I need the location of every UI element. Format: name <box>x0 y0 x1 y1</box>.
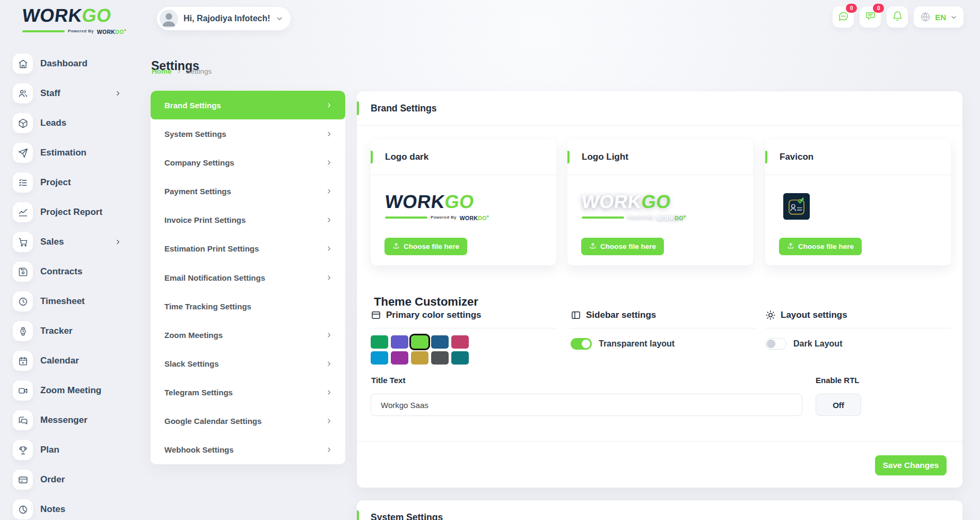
settings-menu-item-telegram-settings[interactable]: Telegram Settings <box>151 378 345 407</box>
title-text-input[interactable] <box>371 394 802 416</box>
settings-menu-item-system-settings[interactable]: System Settings <box>151 119 345 148</box>
settings-menu-item-webhook-settings[interactable]: Webhook Settings <box>151 436 345 464</box>
breadcrumb: Home Settings <box>152 67 212 75</box>
color-swatch-6[interactable] <box>371 351 388 365</box>
sidebar-item-calendar[interactable]: Calendar <box>0 346 138 376</box>
sidebar-item-staff[interactable]: Staff <box>0 79 138 108</box>
avatar <box>160 10 178 28</box>
user-menu[interactable]: Hi, Rajodiya Infotech! <box>157 7 291 30</box>
sidebar-item-messenger[interactable]: Messenger <box>0 405 138 435</box>
chevron-right-icon <box>326 159 332 166</box>
save-icon <box>13 262 33 282</box>
powered-by-brand: WORKDO● <box>97 28 127 35</box>
chat-button[interactable]: 0 <box>833 6 854 28</box>
sidebar: Dashboard Staff Leads Estimation <box>0 37 138 520</box>
system-settings-panel: System Settings <box>357 500 962 520</box>
dark-layout-label: Dark Layout <box>793 339 842 349</box>
choose-file-button-logo-light[interactable]: Choose file here <box>581 238 664 255</box>
feedback-button[interactable]: 0 <box>860 6 881 28</box>
enable-rtl-button[interactable]: Off <box>816 394 861 416</box>
logo-dark-card: Logo dark WORKGO Powered ByWORKDO● Choos… <box>371 140 556 265</box>
chevron-right-icon <box>176 68 182 74</box>
settings-menu-item-payment-settings[interactable]: Payment Settings <box>151 177 345 205</box>
sidebar-item-estimation[interactable]: Estimation <box>0 138 138 168</box>
favicon-title: Favicon <box>780 152 813 162</box>
brand-settings-panel: Brand Settings Logo dark WORKGO Powered … <box>357 91 962 488</box>
sidebar-item-order[interactable]: Order <box>0 465 138 495</box>
watch-icon <box>13 321 33 341</box>
settings-menu-item-estimation-print-settings[interactable]: Estimation Print Settings <box>151 235 345 263</box>
user-greeting: Hi, Rajodiya Infotech! <box>183 14 270 23</box>
clock-icon <box>13 291 33 311</box>
color-swatch-5[interactable] <box>451 335 469 349</box>
sidebar-item-project[interactable]: Project <box>0 168 138 197</box>
title-text-label: Title Text <box>371 376 405 385</box>
powered-by-text: Powered By <box>68 29 94 33</box>
video-icon <box>13 380 33 401</box>
color-swatch-2[interactable] <box>391 335 408 349</box>
language-selector[interactable]: EN <box>914 6 964 28</box>
color-swatch-1[interactable] <box>371 335 388 349</box>
notifications-button[interactable] <box>887 6 908 28</box>
workgo-logo: WORKGO Powered By WORKDO● <box>22 6 127 35</box>
sidebar-item-tracker[interactable]: Tracker <box>0 316 138 346</box>
color-swatches <box>371 335 477 365</box>
sidebar-item-leads[interactable]: Leads <box>0 108 138 138</box>
sidebar-item-timesheet[interactable]: Timesheet <box>0 287 138 316</box>
color-swatch-7[interactable] <box>391 351 408 365</box>
bell-icon <box>892 11 903 23</box>
chevron-right-icon <box>326 188 332 195</box>
choose-file-button-favicon[interactable]: Choose file here <box>779 238 862 255</box>
sidebar-item-sales[interactable]: Sales <box>0 227 138 257</box>
layout-settings-title: Layout settings <box>781 310 847 320</box>
header-actions: 0 0 EN <box>833 6 964 28</box>
enable-rtl-label: Enable RTL <box>816 376 860 385</box>
settings-menu-item-slack-settings[interactable]: Slack Settings <box>151 349 345 378</box>
chevron-right-icon <box>326 332 332 339</box>
color-swatch-4[interactable] <box>431 335 449 349</box>
settings-menu-item-invoice-print-settings[interactable]: Invoice Print Settings <box>151 206 345 235</box>
settings-menu-item-brand-settings[interactable]: Brand Settings <box>151 91 345 119</box>
accent-bar <box>765 151 767 163</box>
choose-file-button-logo-dark[interactable]: Choose file here <box>384 238 467 255</box>
users-icon <box>13 83 33 103</box>
chevron-right-icon <box>115 90 121 97</box>
dark-layout-toggle[interactable] <box>765 338 786 350</box>
home-icon <box>13 54 33 74</box>
sidebar-settings-title: Sidebar settings <box>586 310 656 320</box>
settings-menu: Brand Settings System Settings Company S… <box>151 91 345 464</box>
sidebar-item-dashboard[interactable]: Dashboard <box>0 49 138 79</box>
transparent-layout-toggle[interactable] <box>571 338 592 350</box>
save-changes-button[interactable]: Save Changes <box>875 455 947 475</box>
sidebar-item-zoom-meeting[interactable]: Zoom Meeting <box>0 376 138 405</box>
chevron-right-icon <box>326 245 332 252</box>
settings-menu-item-zoom-meetings[interactable]: Zoom Meetings <box>151 320 345 349</box>
settings-menu-item-company-settings[interactable]: Company Settings <box>151 148 345 177</box>
logo-dark-title: Logo dark <box>385 152 428 162</box>
feedback-badge: 0 <box>873 4 884 13</box>
package-icon <box>13 113 33 133</box>
color-swatch-10[interactable] <box>451 351 469 365</box>
chevron-down-icon <box>950 14 957 21</box>
message-icon <box>13 410 33 430</box>
feedback-icon <box>865 11 876 23</box>
accent-bar <box>371 151 373 163</box>
upload-icon <box>589 242 597 251</box>
settings-menu-item-time-tracking-settings[interactable]: Time Tracking Settings <box>151 292 345 320</box>
settings-menu-item-google-calendar-settings[interactable]: Google Calendar Settings <box>151 407 345 436</box>
settings-menu-item-email-notification-settings[interactable]: Email Notification Settings <box>151 263 345 292</box>
chevron-right-icon <box>115 239 121 246</box>
color-swatch-9[interactable] <box>431 351 449 365</box>
color-swatch-8[interactable] <box>411 351 428 365</box>
sidebar-item-project-report[interactable]: Project Report <box>0 197 138 227</box>
breadcrumb-home-link[interactable]: Home <box>152 67 172 75</box>
sidebar-item-notes[interactable]: Notes <box>0 495 138 520</box>
sidebar-item-plan[interactable]: Plan <box>0 435 138 465</box>
sidebar-item-contracts[interactable]: Contracts <box>0 257 138 287</box>
sidebar-settings: Sidebar settings Transparent layout <box>571 310 757 350</box>
color-swatch-3[interactable] <box>411 335 428 349</box>
upload-icon <box>392 242 400 251</box>
chat-icon <box>838 11 849 23</box>
panel-title: Brand Settings <box>371 103 436 114</box>
globe-icon <box>920 12 931 22</box>
